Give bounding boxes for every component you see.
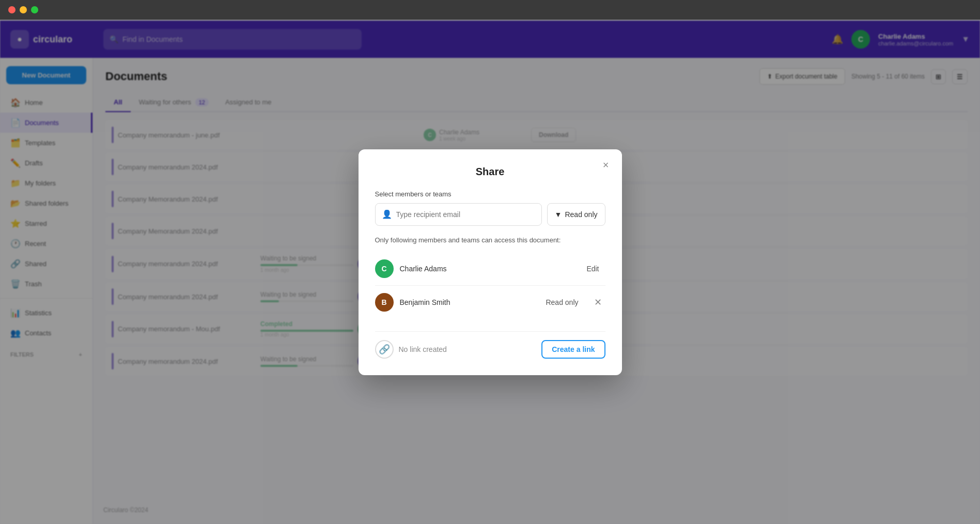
share-modal: × Share Select members or teams 👤 ▼ Read… [359,149,622,375]
create-link-button[interactable]: Create a link [541,340,605,359]
member-list: C Charlie Adams Edit B Benjamin Smith Re… [375,252,605,319]
link-area: 🔗 No link created [375,340,447,359]
modal-overlay[interactable]: × Share Select members or teams 👤 ▼ Read… [0,0,980,524]
window-controls [0,0,980,20]
permission-label: Read only [565,210,597,219]
link-icon: 🔗 [375,340,394,359]
recipient-email-input[interactable] [396,210,535,219]
recipient-field-label: Select members or teams [375,190,605,198]
member-remove-button-benjamin[interactable]: ✕ [591,295,605,310]
permission-dropdown-arrow: ▼ [555,210,562,219]
modal-close-button[interactable]: × [598,158,614,173]
member-avatar-charlie: C [375,259,394,278]
access-note: Only following members and teams can acc… [375,236,605,244]
close-window-btn[interactable] [8,6,15,13]
modal-title: Share [375,166,605,178]
user-input-icon: 👤 [382,209,392,219]
recipient-input-wrap[interactable]: 👤 [375,203,542,226]
permission-dropdown-button[interactable]: ▼ Read only [547,203,605,226]
member-name-benjamin: Benjamin Smith [400,298,540,306]
member-row-benjamin: B Benjamin Smith Read only ✕ [375,286,605,319]
minimize-window-btn[interactable] [20,6,27,13]
member-permission-charlie: Edit [586,265,599,273]
member-permission-benjamin: Read only [546,298,578,306]
member-avatar-benjamin: B [375,293,394,312]
no-link-text: No link created [399,345,447,353]
member-name-charlie: Charlie Adams [400,265,581,273]
modal-footer: 🔗 No link created Create a link [375,331,605,359]
recipient-row: 👤 ▼ Read only [375,203,605,226]
maximize-window-btn[interactable] [31,6,38,13]
member-row-charlie: C Charlie Adams Edit [375,252,605,286]
